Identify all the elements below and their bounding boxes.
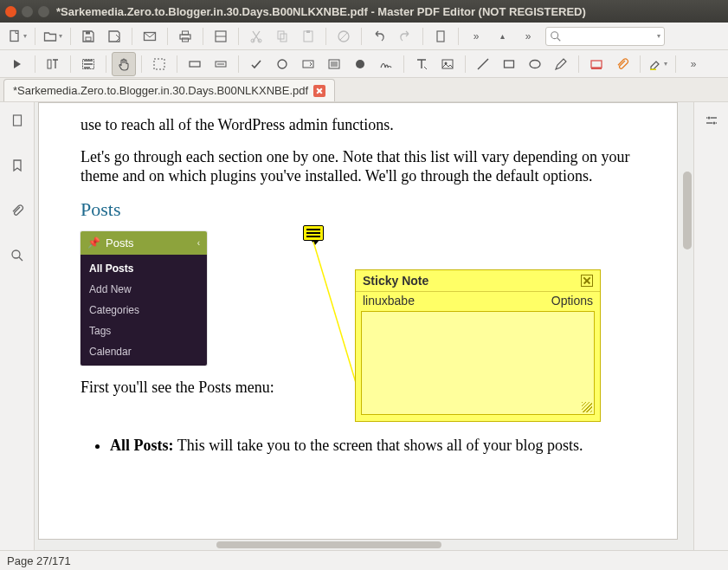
svg-line-35 <box>313 242 359 394</box>
right-sidebar <box>693 102 728 550</box>
save-as-button[interactable] <box>102 24 126 49</box>
print-button[interactable] <box>173 24 197 49</box>
vertical-scrollbar[interactable] <box>681 102 693 540</box>
document-tab[interactable]: *Sarkemedia.Zero.to.Blogger.in.30.Days.B… <box>3 79 335 101</box>
rectangle-tool[interactable] <box>497 52 521 76</box>
email-button[interactable] <box>138 24 162 49</box>
highlighter-tool[interactable]: ▾ <box>646 52 670 76</box>
svg-rect-1 <box>86 37 91 41</box>
insert-text-tool[interactable] <box>409 52 434 76</box>
signature-tool[interactable] <box>374 52 398 76</box>
form-field-button[interactable] <box>183 52 207 76</box>
document-tabs: *Sarkemedia.Zero.to.Blogger.in.30.Days.B… <box>0 78 728 102</box>
tab-close-button[interactable] <box>313 85 325 97</box>
scan-button[interactable] <box>209 24 233 49</box>
search-input[interactable] <box>562 30 657 42</box>
status-bar: Page 27/171 <box>0 550 728 570</box>
undo-button[interactable] <box>367 24 391 49</box>
text-field-button[interactable] <box>209 52 233 76</box>
window-maximize-button[interactable] <box>38 6 49 17</box>
vertical-scroll-thumb[interactable] <box>683 172 692 249</box>
radio-tool[interactable] <box>270 52 294 76</box>
search-container: ▾ <box>545 27 665 46</box>
ellipse-tool[interactable] <box>523 52 547 76</box>
paste-button[interactable] <box>296 24 320 49</box>
page-viewer[interactable]: use to reach all of the WordPress admin … <box>35 102 693 550</box>
copy-button[interactable] <box>270 24 294 49</box>
sticky-note-popup[interactable]: Sticky Note linuxbabe Options <box>355 269 601 422</box>
toolbar-secondary: ▾ » <box>0 50 728 78</box>
sticky-note-author: linuxbabe <box>363 294 415 308</box>
thumbnails-panel-button[interactable] <box>8 111 27 130</box>
line-tool[interactable] <box>471 52 495 76</box>
svg-point-37 <box>712 122 715 125</box>
svg-point-36 <box>707 117 710 120</box>
combo-tool[interactable] <box>296 52 320 76</box>
toolbar1-more-right[interactable]: » <box>464 24 488 49</box>
sticky-note-textarea[interactable] <box>362 312 594 414</box>
toolbar2-overflow[interactable]: » <box>681 52 705 76</box>
sticky-note-resize-grip[interactable] <box>582 402 592 412</box>
window-titlebar: *Sarkemedia.Zero.to.Blogger.in.30.Days.B… <box>0 0 728 23</box>
pin-icon: 📌 <box>87 236 100 249</box>
hand-tool[interactable] <box>112 52 136 76</box>
pencil-tool[interactable] <box>549 52 573 76</box>
svg-point-16 <box>551 31 558 38</box>
radio-filled-tool[interactable] <box>348 52 372 76</box>
page-view-button[interactable] <box>428 24 453 49</box>
insert-image-tool[interactable] <box>435 52 460 76</box>
svg-rect-26 <box>442 60 453 68</box>
save-button[interactable] <box>76 24 100 49</box>
attachments-panel-button[interactable] <box>8 201 27 220</box>
svg-rect-30 <box>591 61 602 68</box>
new-file-button[interactable]: ▾ <box>5 24 29 49</box>
svg-rect-2 <box>86 31 90 34</box>
svg-point-29 <box>530 60 540 68</box>
toolbar1-collapse-up[interactable]: ▴ <box>490 24 514 49</box>
checkbox-tool[interactable] <box>244 52 268 76</box>
window-close-button[interactable] <box>5 6 16 17</box>
edit-text-tool[interactable] <box>41 52 65 76</box>
comment-highlight-tool[interactable] <box>584 52 609 76</box>
posts-menu-item: All Posts <box>81 258 207 279</box>
posts-menu-item: Categories <box>81 300 207 321</box>
svg-point-34 <box>12 250 20 258</box>
open-file-button[interactable]: ▾ <box>41 24 65 49</box>
svg-rect-32 <box>650 68 656 70</box>
doc-heading-posts: Posts <box>81 198 635 221</box>
svg-rect-20 <box>190 62 200 67</box>
sticky-note-close-button[interactable] <box>581 275 593 287</box>
window-minimize-button[interactable] <box>22 6 33 17</box>
doc-paragraph-2: Let's go through each section one by one… <box>81 147 635 186</box>
svg-rect-33 <box>13 115 21 126</box>
left-sidebar <box>0 102 35 550</box>
selection-tool[interactable] <box>147 52 171 76</box>
sticky-note-annotation-icon[interactable] <box>303 225 324 241</box>
sticky-note-options-button[interactable]: Options <box>551 294 593 308</box>
properties-panel-button[interactable] <box>702 111 721 130</box>
bookmarks-panel-button[interactable] <box>8 156 27 175</box>
redo-button[interactable] <box>393 24 417 49</box>
page-indicator: Page 27/171 <box>7 554 71 567</box>
svg-rect-19 <box>154 59 164 69</box>
sticky-note-title: Sticky Note <box>363 274 428 288</box>
edit-document-tool[interactable] <box>5 52 29 76</box>
cut-button[interactable] <box>244 24 268 49</box>
list-tool[interactable] <box>322 52 346 76</box>
horizontal-scroll-thumb[interactable] <box>216 541 441 548</box>
deny-button[interactable] <box>332 24 356 49</box>
horizontal-scrollbar[interactable] <box>35 540 681 550</box>
search-panel-button[interactable] <box>8 246 27 265</box>
svg-rect-0 <box>10 30 18 41</box>
toolbar1-overflow[interactable]: » <box>516 24 540 49</box>
attachment-tool[interactable] <box>610 52 635 76</box>
main-area: use to reach all of the WordPress admin … <box>0 102 728 550</box>
doc-figure-posts-menu: 📌Posts‹ All Posts Add New Categories Tag… <box>81 231 207 366</box>
toolbar-primary: ▾ ▾ » ▴ » ▾ <box>0 23 728 50</box>
pdf-page: use to reach all of the WordPress admin … <box>38 102 678 540</box>
search-box[interactable]: ▾ <box>545 27 665 46</box>
select-text-tool[interactable] <box>76 52 100 76</box>
document-tab-label: *Sarkemedia.Zero.to.Blogger.in.30.Days.B… <box>13 84 308 97</box>
posts-menu-item: Tags <box>81 321 207 341</box>
svg-point-25 <box>356 60 364 68</box>
